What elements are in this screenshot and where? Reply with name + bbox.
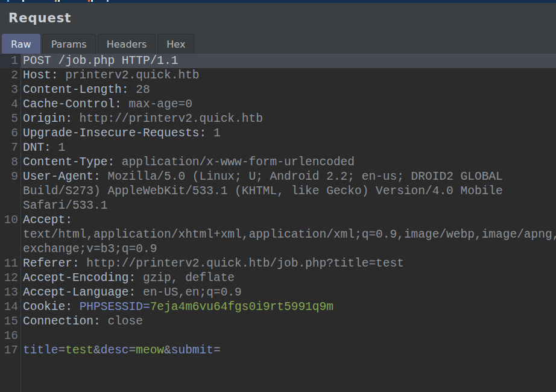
token-val [72, 300, 80, 314]
token-sep: = [129, 344, 136, 357]
request-line-16: 16 [0, 329, 556, 343]
message-editor-tab-bar: RawParamsHeadersHex [0, 34, 556, 54]
request-line-14: 14Cookie: PHPSESSID=7eja4m6vu64fgs0i9rt5… [0, 300, 556, 314]
token-name: Content-Length: [23, 83, 129, 96]
line-number: 14 [0, 300, 21, 314]
top-strip-artifact [107, 0, 109, 2]
tab-headers[interactable]: Headers [98, 34, 156, 54]
token-param: title [23, 344, 58, 357]
line-number: 10 [0, 213, 21, 227]
token-val: text/html,application/xhtml+xml,applicat… [23, 213, 556, 256]
token-sep: = [213, 344, 221, 357]
line-text[interactable]: POST /job.php HTTP/1.1 [21, 54, 556, 68]
line-text[interactable]: DNT: 1 [21, 141, 556, 155]
token-green: 7eja4m6vu64fgs0i9rt5991q9m [150, 300, 333, 314]
request-line-2: 2Host: printerv2.quick.htb [0, 68, 556, 83]
token-val: 1 [51, 141, 65, 154]
line-text[interactable]: Referer: http://printerv2.quick.htb/job.… [21, 256, 556, 271]
request-line-4: 4Cache-Control: max-age=0 [0, 97, 556, 112]
token-name: Content-Type: [23, 156, 115, 169]
token-val: en-US,en;q=0.9 [136, 286, 242, 299]
token-name: Cache-Control: [23, 98, 122, 111]
line-text[interactable]: Origin: http://printerv2.quick.htb [21, 112, 556, 126]
request-line-11: 11Referer: http://printerv2.quick.htb/jo… [0, 256, 556, 271]
line-text[interactable]: Accept-Language: en-US,en;q=0.9 [21, 285, 556, 300]
request-line-17: 17title=test&desc=meow&submit= [0, 343, 556, 358]
panel-title: Request [8, 11, 71, 25]
top-strip-artifact [22, 0, 24, 2]
request-line-10: 10Accept: text/html,application/xhtml+xm… [0, 213, 556, 256]
line-number: 2 [0, 68, 21, 83]
token-name: User-Agent: [23, 170, 101, 183]
token-val: http://printerv2.quick.htb/job.php?title… [80, 257, 404, 270]
top-strip-artifact [7, 0, 9, 2]
request-line-8: 8Content-Type: application/x-www-form-ur… [0, 155, 556, 169]
request-line-1: 1POST /job.php HTTP/1.1 [0, 54, 556, 68]
token-sep: & [164, 344, 171, 357]
line-number: 13 [0, 285, 21, 300]
token-val: printerv2.quick.htb [58, 69, 200, 82]
clipped-row-above-panel [0, 0, 556, 3]
line-number: 17 [0, 343, 21, 358]
request-line-12: 12Accept-Encoding: gzip, deflate [0, 271, 556, 285]
top-strip-artifact [55, 0, 57, 2]
request-line-9: 9User-Agent: Mozilla/5.0 (Linux; U; Andr… [0, 169, 556, 213]
request-line-13: 13Accept-Language: en-US,en;q=0.9 [0, 285, 556, 300]
tab-hex[interactable]: Hex [157, 34, 194, 54]
token-name: Accept-Language: [23, 286, 136, 299]
line-number: 6 [0, 126, 21, 141]
token-val: http://printerv2.quick.htb [72, 112, 263, 125]
request-line-5: 5Origin: http://printerv2.quick.htb [0, 112, 556, 126]
line-text[interactable]: Upgrade-Insecure-Requests: 1 [21, 126, 556, 141]
request-line-15: 15Connection: close [0, 314, 556, 329]
token-name: Origin: [23, 112, 72, 125]
request-line-3: 3Content-Length: 28 [0, 83, 556, 97]
line-number: 9 [0, 169, 21, 184]
line-number: 3 [0, 83, 21, 97]
token-name: Accept-Encoding: [23, 271, 136, 285]
line-text[interactable]: Accept: text/html,application/xhtml+xml,… [21, 213, 556, 256]
top-strip-artifact [58, 0, 60, 2]
token-name: Referer: [23, 257, 80, 270]
token-name: Cookie: [23, 300, 72, 314]
burp-request-panel: Request RawParamsHeadersHex 1POST /job.p… [0, 0, 556, 392]
token-name: Connection: [23, 315, 101, 328]
token-val: 1 [206, 127, 220, 140]
line-number: 5 [0, 112, 21, 126]
panel-header: Request [0, 3, 556, 34]
token-green: meow [136, 344, 164, 357]
token-param: desc [101, 344, 129, 357]
tab-params[interactable]: Params [42, 34, 96, 54]
line-text[interactable]: Content-Type: application/x-www-form-url… [21, 155, 556, 169]
token-name: DNT: [23, 141, 51, 154]
line-text[interactable]: Cookie: PHPSESSID=7eja4m6vu64fgs0i9rt599… [21, 300, 556, 314]
line-text[interactable]: Accept-Encoding: gzip, deflate [21, 271, 556, 285]
line-number: 7 [0, 141, 21, 155]
line-text[interactable]: Host: printerv2.quick.htb [21, 68, 556, 83]
token-val: gzip, deflate [136, 271, 235, 285]
top-strip-artifact [91, 0, 93, 2]
token-param: PHPSESSID= [80, 300, 150, 314]
token-green: test [65, 344, 93, 357]
top-strip-artifact [88, 0, 90, 2]
token-sep: & [93, 344, 101, 357]
token-param: submit [171, 344, 213, 357]
line-text[interactable]: User-Agent: Mozilla/5.0 (Linux; U; Andro… [21, 169, 556, 213]
line-number: 8 [0, 155, 21, 169]
token-val: max-age=0 [122, 98, 192, 111]
token-val: close [101, 315, 143, 328]
line-text[interactable]: Connection: close [21, 314, 556, 329]
request-editor[interactable]: 1POST /job.php HTTP/1.12Host: printerv2.… [0, 54, 556, 392]
token-name: Upgrade-Insecure-Requests: [23, 127, 206, 140]
line-number: 11 [0, 256, 21, 271]
line-text[interactable]: title=test&desc=meow&submit= [21, 343, 556, 358]
line-text[interactable] [21, 329, 556, 343]
line-number: 4 [0, 97, 21, 112]
line-number: 1 [0, 54, 21, 68]
token-val: 28 [129, 83, 150, 96]
request-line-7: 7DNT: 1 [0, 141, 556, 155]
line-text[interactable]: Content-Length: 28 [21, 83, 556, 97]
line-text[interactable]: Cache-Control: max-age=0 [21, 97, 556, 112]
token-bright: POST /job.php HTTP/1.1 [23, 54, 178, 68]
tab-raw[interactable]: Raw [2, 34, 40, 54]
